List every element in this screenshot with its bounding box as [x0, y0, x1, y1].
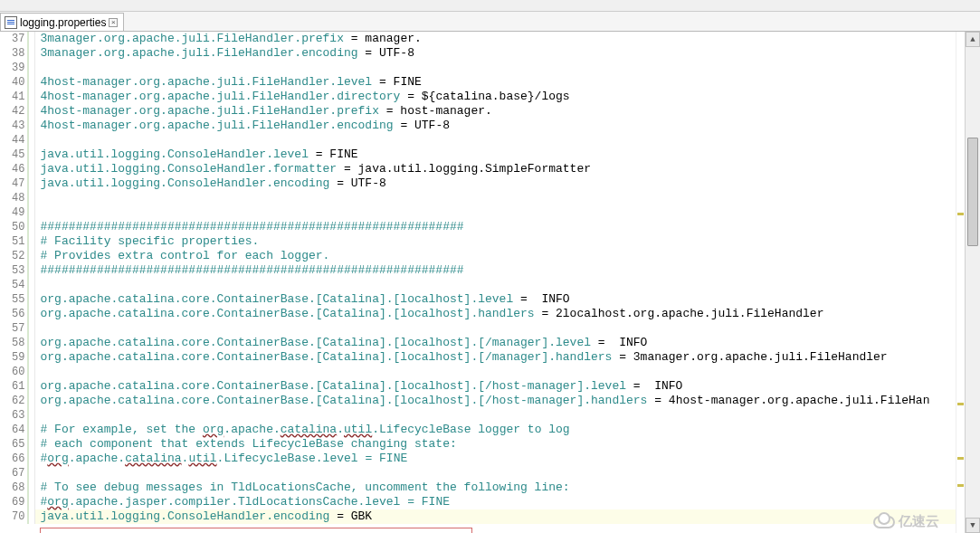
code-line[interactable]: 39 [0, 61, 965, 75]
code-text[interactable]: ########################################… [34, 263, 965, 278]
code-text[interactable]: ########################################… [34, 220, 965, 234]
line-number: 68 [0, 481, 34, 495]
line-number: 62 [0, 394, 34, 408]
line-number: 66 [0, 452, 34, 466]
line-number: 58 [0, 336, 34, 350]
code-text[interactable]: # To see debug messages in TldLocationsC… [34, 481, 965, 495]
scrollbar-track[interactable] [966, 47, 980, 518]
line-number: 63 [0, 408, 34, 423]
code-line[interactable]: 61org.apache.catalina.core.ContainerBase… [0, 379, 965, 394]
code-text[interactable] [34, 133, 965, 148]
code-text[interactable]: org.apache.catalina.core.ContainerBase.[… [34, 379, 965, 394]
code-text[interactable]: 3manager.org.apache.juli.FileHandler.enc… [34, 46, 965, 61]
overview-ruler[interactable] [956, 32, 965, 533]
code-line[interactable]: 424host-manager.org.apache.juli.FileHand… [0, 104, 965, 119]
code-line[interactable]: 57 [0, 321, 965, 336]
code-text[interactable]: 4host-manager.org.apache.juli.FileHandle… [34, 119, 965, 133]
code-line[interactable]: 65# each component that extends Lifecycl… [0, 437, 965, 452]
code-line[interactable]: 66#org.apache.catalina.util.LifecycleBas… [0, 452, 965, 466]
line-number: 47 [0, 176, 34, 191]
code-line[interactable]: 54 [0, 278, 965, 292]
code-line[interactable]: 67 [0, 466, 965, 481]
line-number: 53 [0, 263, 34, 278]
code-line[interactable]: 64# For example, set the org.apache.cata… [0, 423, 965, 437]
code-text[interactable]: #org.apache.jasper.compiler.TldLocations… [34, 495, 965, 509]
code-text[interactable] [34, 205, 965, 220]
code-line[interactable]: 50######################################… [0, 220, 965, 234]
code-text[interactable] [34, 191, 965, 205]
code-text[interactable] [34, 466, 965, 481]
properties-file-icon [5, 16, 17, 29]
code-text[interactable]: org.apache.catalina.core.ContainerBase.[… [34, 307, 965, 321]
code-line[interactable]: 69#org.apache.jasper.compiler.TldLocatio… [0, 495, 965, 509]
tab-bar: logging.properties × [0, 12, 980, 32]
code-text[interactable] [34, 61, 965, 75]
code-text[interactable]: org.apache.catalina.core.ContainerBase.[… [34, 292, 965, 307]
code-line[interactable]: 68# To see debug messages in TldLocation… [0, 481, 965, 495]
scrollbar-thumb[interactable] [967, 138, 978, 246]
annotation-rectangle [40, 528, 472, 533]
line-number: 42 [0, 104, 34, 119]
code-line[interactable]: 52# Provides extra control for each logg… [0, 249, 965, 263]
vertical-scrollbar[interactable]: ▲ ▼ [965, 32, 980, 533]
code-text[interactable]: # Facility specific properties. [34, 234, 965, 249]
line-number: 43 [0, 119, 34, 133]
code-line[interactable]: 59org.apache.catalina.core.ContainerBase… [0, 350, 965, 365]
code-line[interactable]: 46java.util.logging.ConsoleHandler.forma… [0, 162, 965, 176]
code-line[interactable]: 56org.apache.catalina.core.ContainerBase… [0, 307, 965, 321]
code-text[interactable]: java.util.logging.ConsoleHandler.encodin… [34, 176, 965, 191]
code-text[interactable]: org.apache.catalina.core.ContainerBase.[… [34, 350, 965, 365]
code-text[interactable]: 4host-manager.org.apache.juli.FileHandle… [34, 75, 965, 90]
code-text[interactable]: #org.apache.catalina.util.LifecycleBase.… [34, 452, 965, 466]
close-icon[interactable]: × [109, 18, 118, 27]
overview-mark[interactable] [957, 213, 964, 215]
code-text[interactable]: # For example, set the org.apache.catali… [34, 423, 965, 437]
code-line[interactable]: 53######################################… [0, 263, 965, 278]
code-text[interactable]: java.util.logging.ConsoleHandler.level =… [34, 148, 965, 162]
code-line[interactable]: 63 [0, 408, 965, 423]
code-text[interactable] [34, 365, 965, 379]
line-number: 60 [0, 365, 34, 379]
code-line[interactable]: 55org.apache.catalina.core.ContainerBase… [0, 292, 965, 307]
code-line[interactable]: 434host-manager.org.apache.juli.FileHand… [0, 119, 965, 133]
line-number: 52 [0, 249, 34, 263]
code-line[interactable]: 44 [0, 133, 965, 148]
code-text[interactable]: 4host-manager.org.apache.juli.FileHandle… [34, 104, 965, 119]
line-number: 40 [0, 75, 34, 90]
code-text[interactable] [34, 408, 965, 423]
code-line[interactable]: 47java.util.logging.ConsoleHandler.encod… [0, 176, 965, 191]
code-text[interactable]: # Provides extra control for each logger… [34, 249, 965, 263]
code-line[interactable]: 58org.apache.catalina.core.ContainerBase… [0, 336, 965, 350]
code-line[interactable]: 383manager.org.apache.juli.FileHandler.e… [0, 46, 965, 61]
code-line[interactable]: 414host-manager.org.apache.juli.FileHand… [0, 90, 965, 104]
code-line[interactable]: 51# Facility specific properties. [0, 234, 965, 249]
file-tab[interactable]: logging.properties × [0, 13, 124, 31]
code-text[interactable]: java.util.logging.ConsoleHandler.formatt… [34, 162, 965, 176]
code-text[interactable]: 4host-manager.org.apache.juli.FileHandle… [34, 90, 965, 104]
code-text[interactable]: java.util.logging.ConsoleHandler.encodin… [34, 509, 965, 524]
code-line[interactable]: 373manager.org.apache.juli.FileHandler.p… [0, 32, 965, 46]
code-text[interactable] [34, 321, 965, 336]
editor-viewport[interactable]: 373manager.org.apache.juli.FileHandler.p… [0, 32, 965, 533]
code-text[interactable] [34, 278, 965, 292]
overview-mark[interactable] [957, 403, 964, 405]
code-line[interactable]: 62org.apache.catalina.core.ContainerBase… [0, 394, 965, 408]
code-text[interactable]: org.apache.catalina.core.ContainerBase.[… [34, 394, 965, 408]
overview-mark[interactable] [957, 457, 964, 460]
scroll-up-arrow-icon[interactable]: ▲ [966, 32, 980, 47]
code-text[interactable]: # each component that extends LifecycleB… [34, 437, 965, 452]
line-number: 39 [0, 61, 34, 75]
code-text[interactable]: org.apache.catalina.core.ContainerBase.[… [34, 336, 965, 350]
code-line[interactable]: 45java.util.logging.ConsoleHandler.level… [0, 148, 965, 162]
code-line[interactable]: 60 [0, 365, 965, 379]
scroll-down-arrow-icon[interactable]: ▼ [966, 518, 980, 533]
code-line[interactable]: 70java.util.logging.ConsoleHandler.encod… [0, 509, 965, 524]
line-number: 44 [0, 133, 34, 148]
code-line[interactable]: 404host-manager.org.apache.juli.FileHand… [0, 75, 965, 90]
code-line[interactable]: 49 [0, 205, 965, 220]
code-line[interactable]: 48 [0, 191, 965, 205]
overview-mark[interactable] [957, 484, 964, 487]
line-number: 65 [0, 437, 34, 452]
line-number: 61 [0, 379, 34, 394]
code-text[interactable]: 3manager.org.apache.juli.FileHandler.pre… [34, 32, 965, 46]
